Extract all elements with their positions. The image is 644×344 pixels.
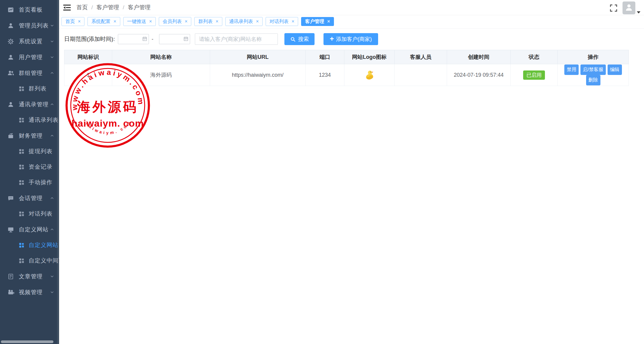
customers-table: 网站标识网站名称网站URL端口网站Logo图标客服人员创建时间状态操作 1海外源… — [64, 50, 629, 86]
sidebar-item-withdraw-list[interactable]: 提现列表 — [0, 144, 59, 159]
sidebar-item-label: 对话列表 — [29, 210, 54, 218]
close-tab-icon[interactable]: × — [327, 19, 330, 24]
cell-created-at: 2024-07-19 09:57:44 — [447, 64, 511, 86]
cell-site-logo — [344, 64, 395, 86]
tab-label: 对话列表 — [269, 19, 289, 25]
search-icon — [290, 36, 296, 42]
gear-icon — [7, 38, 14, 45]
sidebar-item-fund-records[interactable]: 资金记录 — [0, 159, 59, 175]
briefcase-icon — [7, 133, 14, 139]
breadcrumb-item[interactable]: 客户管理 — [96, 4, 119, 11]
column-header: 网站标识 — [64, 50, 112, 64]
tab-客户管理[interactable]: 客户管理× — [301, 17, 334, 26]
sidebar-item-finance-management[interactable]: 财务管理 — [0, 128, 59, 144]
date-end-input[interactable] — [159, 34, 190, 44]
chevron-down-icon — [50, 23, 54, 28]
sidebar-item-group-list[interactable]: 群列表 — [0, 81, 59, 96]
column-header: 状态 — [511, 50, 558, 64]
chevron-up-icon — [50, 227, 54, 232]
action-button-禁用[interactable]: 禁用 — [564, 64, 579, 75]
sidebar-scrollbar-thumb[interactable] — [1, 340, 53, 343]
column-header: 网站Logo图标 — [344, 50, 395, 64]
sidebar-item-article-management[interactable]: 文章管理 — [0, 268, 59, 284]
sidebar-item-custom-middle-page[interactable]: 自定义中间页面 — [0, 253, 59, 268]
chevron-up-icon — [50, 133, 54, 138]
date-start-field[interactable] — [120, 35, 142, 44]
tab-首页[interactable]: 首页× — [61, 17, 84, 26]
close-tab-icon[interactable]: × — [113, 19, 116, 24]
search-button-label: 搜索 — [298, 36, 309, 43]
search-button[interactable]: 搜索 — [284, 33, 315, 45]
sidebar-item-contacts-list[interactable]: 通讯录列表 — [0, 112, 59, 128]
breadcrumb-separator: / — [91, 4, 93, 11]
sidebar-item-dialog-list[interactable]: 对话列表 — [0, 206, 59, 222]
topbar-right — [609, 1, 640, 14]
chevron-up-icon — [50, 71, 54, 75]
video-icon — [7, 289, 14, 296]
cell-agent — [395, 64, 447, 86]
sidebar-item-label: 自定义网站 — [19, 226, 49, 234]
close-tab-icon[interactable]: × — [149, 19, 152, 24]
document-icon — [7, 273, 14, 280]
close-tab-icon[interactable]: × — [292, 19, 294, 24]
chevron-down-icon — [50, 290, 54, 294]
sidebar-item-manual-operation[interactable]: 手动操作 — [0, 175, 59, 190]
duck-logo-icon — [364, 72, 375, 78]
tab-系统配置[interactable]: 系统配置× — [87, 17, 120, 26]
collapse-menu-icon[interactable] — [63, 4, 71, 11]
column-header: 操作 — [558, 50, 629, 64]
tab-label: 一键推送 — [127, 19, 146, 25]
fullscreen-icon[interactable] — [609, 4, 618, 12]
tab-label: 客户管理 — [305, 19, 324, 25]
breadcrumb-item: 客户管理 — [128, 4, 151, 11]
sidebar-item-label: 视频管理 — [19, 288, 49, 296]
sidebar-item-label: 群列表 — [29, 85, 54, 93]
sidebar-item-label: 会话管理 — [19, 194, 49, 202]
chevron-down-icon — [50, 55, 54, 59]
close-tab-icon[interactable]: × — [215, 19, 218, 24]
sidebar-item-group-management[interactable]: 群组管理 — [0, 65, 59, 81]
date-range-label: 日期范围(添加时间): — [64, 35, 115, 43]
tab-会员列表[interactable]: 会员列表× — [159, 17, 191, 26]
sidebar-item-dashboard[interactable]: 首页看板 — [0, 2, 59, 18]
site-name-search-input[interactable] — [195, 33, 278, 45]
cell-site-url: https://haiwaiym.com/ — [210, 64, 306, 86]
cell-site-name: 海外源码 — [112, 64, 210, 86]
user-avatar-icon — [624, 3, 634, 13]
tab-对话列表[interactable]: 对话列表× — [266, 17, 298, 26]
user-avatar[interactable] — [623, 1, 635, 14]
user-menu-caret-icon[interactable] — [637, 11, 640, 13]
tab-label: 首页 — [65, 19, 75, 25]
sidebar-item-admin-list[interactable]: 管理员列表 — [0, 18, 59, 33]
tab-群列表[interactable]: 群列表× — [194, 17, 222, 26]
sidebar-item-video-management[interactable]: 视频管理 — [0, 284, 59, 300]
sidebar-item-contacts-management[interactable]: 通讯录管理 — [0, 96, 59, 112]
sidebar-item-user-management[interactable]: 用户管理 — [0, 49, 59, 65]
cell-status: 已启用 — [511, 64, 558, 86]
table-header-row: 网站标识网站名称网站URL端口网站Logo图标客服人员创建时间状态操作 — [64, 50, 629, 64]
chevron-down-icon — [50, 39, 54, 44]
grid-icon — [19, 211, 24, 217]
close-tab-icon[interactable]: × — [185, 19, 187, 24]
tab-一键推送[interactable]: 一键推送× — [123, 17, 156, 26]
grid-icon — [19, 148, 24, 154]
sidebar-item-custom-website[interactable]: 自定义网站 — [0, 222, 59, 237]
breadcrumb-item[interactable]: 首页 — [76, 4, 88, 11]
sidebar-item-session-management[interactable]: 会话管理 — [0, 190, 59, 206]
action-button-启/禁客服[interactable]: 启/禁客服 — [580, 64, 606, 75]
sidebar-item-system-settings[interactable]: 系统设置 — [0, 33, 59, 49]
action-button-编辑[interactable]: 编辑 — [608, 64, 622, 75]
column-header: 网站URL — [210, 50, 306, 64]
column-header: 创建时间 — [447, 50, 511, 64]
date-end-field[interactable] — [161, 35, 183, 44]
add-customer-button[interactable]: + 添加客户(商家) — [323, 33, 378, 45]
action-button-删除[interactable]: 删除 — [586, 75, 600, 85]
sidebar-item-custom-website-sub[interactable]: 自定义网站 — [0, 237, 59, 253]
close-tab-icon[interactable]: × — [256, 19, 259, 24]
date-start-input[interactable] — [118, 34, 149, 44]
sidebar-item-label: 文章管理 — [19, 273, 49, 280]
grid-icon — [19, 258, 24, 264]
calendar-icon — [142, 36, 147, 42]
close-tab-icon[interactable]: × — [78, 19, 81, 24]
tab-通讯录列表[interactable]: 通讯录列表× — [225, 17, 263, 26]
